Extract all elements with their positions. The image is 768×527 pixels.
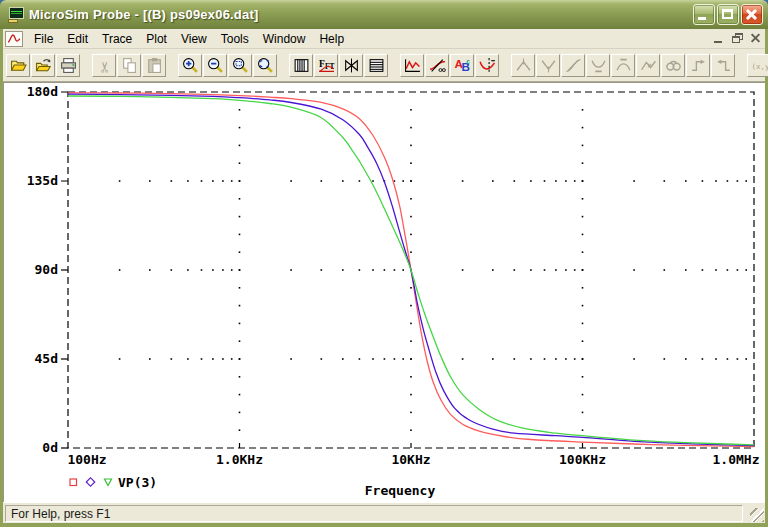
legend-marker-triangle-down	[105, 479, 112, 486]
toolbar: ✂FFTABc(x,y)	[3, 49, 765, 82]
copy-button[interactable]	[117, 54, 141, 77]
menu-item-tools[interactable]: Tools	[214, 30, 256, 48]
cursor-search-icon	[665, 57, 682, 74]
cursor-next-transition-button[interactable]	[686, 54, 710, 77]
x-axis-settings-icon	[293, 57, 310, 74]
minimize-button[interactable]	[693, 4, 715, 25]
menu-item-plot[interactable]: Plot	[139, 30, 174, 48]
app-icon	[8, 7, 25, 23]
zoom-fit-button[interactable]	[253, 54, 277, 77]
add-trace-button[interactable]	[400, 54, 424, 77]
plot-client-area: 180d135d90d45d0d100Hz1.0KHz10KHz100KHz1.…	[3, 82, 765, 502]
svg-text:(x,y): (x,y)	[751, 61, 767, 70]
y-axis-settings-button[interactable]	[364, 54, 388, 77]
performance-analysis-icon	[343, 57, 360, 74]
paste-button[interactable]	[142, 54, 166, 77]
cursor-slope-button[interactable]	[561, 54, 585, 77]
mdi-minimize-icon	[714, 41, 722, 43]
menu-item-edit[interactable]: Edit	[60, 30, 95, 48]
cursor-next-transition-icon	[690, 57, 707, 74]
y-tick-label: 90d	[35, 262, 58, 277]
cursor-min-button[interactable]	[586, 54, 610, 77]
minimize-icon	[698, 17, 706, 20]
mdi-minimize-button[interactable]	[711, 31, 728, 46]
maximize-icon	[722, 9, 733, 19]
append-file-icon	[35, 57, 52, 74]
cursor-max-icon	[615, 57, 632, 74]
append-file-button[interactable]	[31, 54, 55, 77]
text-label-icon: ABc	[454, 57, 471, 74]
close-button[interactable]	[741, 4, 763, 25]
svg-text:✂: ✂	[96, 60, 113, 72]
cursor-min-icon	[590, 57, 607, 74]
x-tick-label: 1.0MHz	[713, 452, 760, 467]
x-axis-settings-button[interactable]	[289, 54, 313, 77]
menu-bar: FileEditTracePlotViewToolsWindowHelp	[3, 29, 765, 49]
eval-goal-function-icon	[429, 57, 446, 74]
eval-goal-function-button[interactable]	[425, 54, 449, 77]
resize-grip[interactable]	[750, 508, 764, 522]
mdi-restore-button[interactable]	[729, 31, 746, 46]
cursor-point-button[interactable]	[636, 54, 660, 77]
zoom-out-button[interactable]	[203, 54, 227, 77]
print-icon	[60, 57, 77, 74]
window-title: MicroSim Probe - [(B) ps09ex06.dat]	[29, 7, 691, 22]
performance-analysis-button[interactable]	[339, 54, 363, 77]
print-button[interactable]	[56, 54, 80, 77]
menu-item-view[interactable]: View	[174, 30, 214, 48]
legend-marker-square	[70, 479, 77, 486]
x-tick-label: 100KHz	[559, 452, 606, 467]
app-window: MicroSim Probe - [(B) ps09ex06.dat] File…	[0, 0, 768, 527]
cursor-peak-button[interactable]	[511, 54, 535, 77]
menu-item-window[interactable]: Window	[256, 30, 313, 48]
document-window-icon[interactable]	[5, 31, 23, 47]
cursor-coordinates-icon: (x,y)	[751, 57, 768, 74]
menu-item-help[interactable]: Help	[312, 30, 351, 48]
add-trace-icon	[404, 57, 421, 74]
title-bar: MicroSim Probe - [(B) ps09ex06.dat]	[0, 0, 768, 29]
cursor-previous-transition-button[interactable]	[711, 54, 735, 77]
menu-item-file[interactable]: File	[27, 30, 60, 48]
mdi-restore-icon	[732, 36, 740, 43]
cursor-max-button[interactable]	[611, 54, 635, 77]
x-axis-title: Frequency	[365, 483, 436, 498]
fourier-button[interactable]: FFT	[314, 54, 338, 77]
x-tick-label: 10KHz	[391, 452, 430, 467]
fourier-icon: FFT	[318, 57, 335, 74]
y-tick-label: 0d	[42, 440, 58, 455]
cut-icon: ✂	[96, 57, 113, 74]
text-label-button[interactable]: ABc	[450, 54, 474, 77]
zoom-out-icon	[207, 57, 224, 74]
cursor-trough-icon	[540, 57, 557, 74]
x-tick-label: 100Hz	[67, 452, 106, 467]
copy-icon	[121, 57, 138, 74]
zoom-area-icon	[232, 57, 249, 74]
phase-plot: 180d135d90d45d0d100Hz1.0KHz10KHz100KHz1.…	[3, 82, 765, 502]
open-file-button[interactable]	[6, 54, 30, 77]
zoom-area-button[interactable]	[228, 54, 252, 77]
x-tick-label: 1.0KHz	[216, 452, 263, 467]
legend-marker-diamond	[86, 478, 94, 486]
y-tick-label: 135d	[27, 173, 58, 188]
cursor-previous-transition-icon	[715, 57, 732, 74]
zoom-in-button[interactable]	[178, 54, 202, 77]
cursor-slope-icon	[565, 57, 582, 74]
cursor-coordinates-button[interactable]: (x,y)	[747, 54, 768, 77]
y-tick-label: 45d	[35, 351, 58, 366]
y-tick-label: 180d	[27, 84, 58, 99]
toggle-cursor-button[interactable]	[475, 54, 499, 77]
cursor-search-button[interactable]	[661, 54, 685, 77]
menu-item-trace[interactable]: Trace	[95, 30, 139, 48]
open-file-icon	[10, 57, 27, 74]
maximize-button[interactable]	[717, 4, 739, 25]
legend-label: VP(3)	[118, 475, 157, 490]
cursor-trough-button[interactable]	[536, 54, 560, 77]
zoom-in-icon	[182, 57, 199, 74]
cursor-point-icon	[640, 57, 657, 74]
y-axis-settings-icon	[368, 57, 385, 74]
paste-icon	[146, 57, 163, 74]
svg-text:c: c	[466, 58, 470, 65]
cut-button[interactable]: ✂	[92, 54, 116, 77]
legend[interactable]: VP(3)	[70, 475, 157, 490]
mdi-close-button[interactable]	[747, 31, 764, 46]
